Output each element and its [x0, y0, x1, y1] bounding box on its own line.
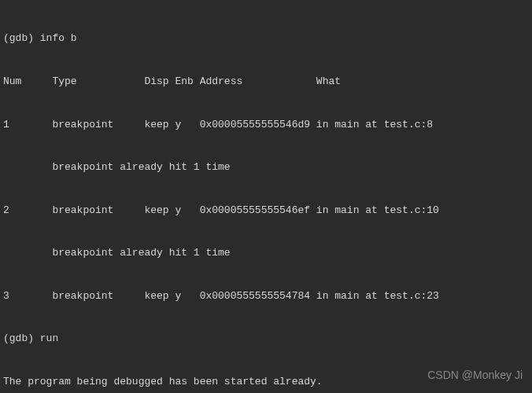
output-line: 1 breakpoint keep y 0x00005555555546d9 i…: [3, 118, 529, 132]
output-line: (gdb) run: [3, 332, 529, 346]
output-line: 3 breakpoint keep y 0x0000555555554784 i…: [3, 289, 529, 303]
output-line: breakpoint already hit 1 time: [3, 160, 529, 174]
terminal-output[interactable]: (gdb) info b Num Type Disp Enb Address W…: [3, 3, 529, 393]
output-line: (gdb) info b: [3, 31, 529, 46]
output-line: 2 breakpoint keep y 0x00005555555546ef i…: [3, 204, 529, 218]
output-line: breakpoint already hit 1 time: [3, 246, 529, 260]
output-line: Num Type Disp Enb Address What: [3, 75, 529, 89]
watermark-text: CSDN @Monkey Ji: [427, 368, 523, 384]
